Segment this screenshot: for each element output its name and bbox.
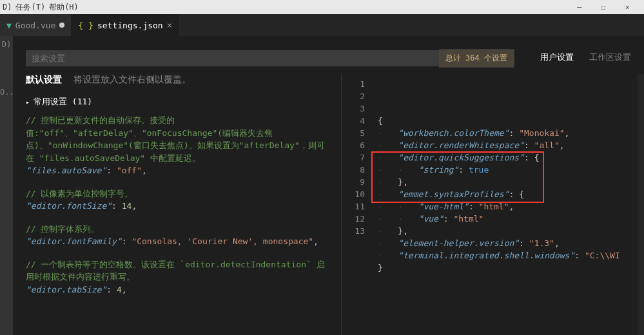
- tab-label: settings.json: [97, 21, 163, 30]
- menu-help[interactable]: 帮助(H): [49, 2, 79, 13]
- activity-bar: D) O..: [0, 36, 13, 335]
- code-line[interactable]: · · "vue": "html": [378, 213, 638, 225]
- setting-comment: // 控制已更新文件的自动保存。接受的值:"off"、"afterDelay"、…: [26, 114, 328, 164]
- search-count-badge: 总计 364 个设置: [439, 49, 514, 68]
- json-icon: { }: [78, 21, 93, 30]
- vue-icon: ▼: [6, 21, 12, 30]
- setting-keyvalue: "files.autoSave": "off",: [26, 164, 328, 177]
- code-line[interactable]: {: [378, 115, 638, 127]
- default-settings-title: 默认设置 将设置放入文件右侧以覆盖。: [26, 74, 328, 86]
- maximize-button[interactable]: ☐: [601, 3, 606, 12]
- close-tab-icon[interactable]: ×: [167, 20, 172, 30]
- user-settings-tab[interactable]: 用户设置: [540, 52, 574, 63]
- code-line[interactable]: · "terminal.integrated.shell.windows": "…: [378, 249, 638, 262]
- line-number: 5: [342, 127, 365, 139]
- setting-keyvalue: "editor.fontFamily": "Consolas, 'Courier…: [26, 235, 328, 248]
- settings-panel: 总计 364 个设置 用户设置 工作区设置 默认设置 将设置放入文件右侧以覆盖。…: [13, 36, 644, 335]
- line-number: 3: [342, 102, 365, 115]
- code-line[interactable]: · },: [378, 225, 638, 237]
- workspace-settings-tab[interactable]: 工作区设置: [589, 52, 631, 63]
- line-number: 9: [342, 176, 365, 188]
- code-line[interactable]: · "emmet.syntaxProfiles": {: [378, 188, 638, 200]
- menu-tasks[interactable]: 任务(T): [15, 2, 45, 13]
- menu-bar: D) 任务(T) 帮助(H) — ☐ ✕: [0, 0, 644, 14]
- activity-partial-text: D): [0, 40, 13, 49]
- line-number: 11: [342, 200, 365, 213]
- user-settings-editor[interactable]: 12345678910111213 {· "workbench.colorThe…: [341, 74, 644, 335]
- main-area: D) O.. 总计 364 个设置 用户设置 工作区设置 默认设置 将设置放入文…: [0, 36, 644, 335]
- activity-partial-text2: O..: [0, 88, 13, 97]
- setting-item: // 以像素为单位控制字号。"editor.fontSize": 14,: [26, 187, 328, 213]
- code-line[interactable]: · "element-helper.version": "1.3",: [378, 237, 638, 249]
- setting-item: // 一个制表符等于的空格数。该设置在 `editor.detectIndent…: [26, 258, 328, 296]
- line-number: 6: [342, 139, 365, 151]
- menu-partial-d: D): [3, 3, 12, 12]
- code-line[interactable]: · · "string": true: [378, 164, 638, 176]
- code-area[interactable]: {· "workbench.colorTheme": "Monokai",· "…: [371, 74, 638, 335]
- code-line[interactable]: · },: [378, 176, 638, 188]
- code-line[interactable]: · "workbench.colorTheme": "Monokai",: [378, 127, 638, 139]
- line-number-gutter: 12345678910111213: [342, 74, 371, 335]
- tab-bar: ▼ Good.vue { } settings.json ×: [0, 14, 644, 36]
- window-controls: — ☐ ✕: [577, 3, 641, 12]
- setting-keyvalue: "editor.fontSize": 14,: [26, 200, 328, 213]
- minimap[interactable]: [638, 74, 644, 335]
- line-number: 10: [342, 188, 365, 200]
- line-number: 8: [342, 164, 365, 176]
- setting-keyvalue: "editor.tabSize": 4,: [26, 283, 328, 296]
- setting-item: // 控制已更新文件的自动保存。接受的值:"off"、"afterDelay"、…: [26, 114, 328, 177]
- code-line[interactable]: }: [378, 262, 638, 274]
- minimize-button[interactable]: —: [577, 3, 581, 12]
- default-settings-column: 默认设置 将设置放入文件右侧以覆盖。 常用设置 (11) // 控制已更新文件的…: [13, 74, 341, 335]
- tab-good-vue[interactable]: ▼ Good.vue: [0, 14, 72, 36]
- setting-comment: // 控制字体系列。: [26, 223, 328, 236]
- line-number: 12: [342, 213, 365, 225]
- line-number: 1: [342, 78, 365, 90]
- setting-comment: // 以像素为单位控制字号。: [26, 187, 328, 200]
- setting-comment: // 一个制表符等于的空格数。该设置在 `editor.detectIndent…: [26, 258, 328, 283]
- setting-item: // 控制字体系列。"editor.fontFamily": "Consolas…: [26, 223, 328, 248]
- tab-settings-json[interactable]: { } settings.json ×: [72, 14, 179, 36]
- code-line[interactable]: · "editor.renderWhitespace": "all",: [378, 139, 638, 151]
- search-settings-input[interactable]: [26, 50, 439, 66]
- line-number: 2: [342, 90, 365, 102]
- settings-scope-tabs: 用户设置 工作区设置: [527, 36, 644, 70]
- close-window-button[interactable]: ✕: [625, 3, 630, 12]
- line-number: 7: [342, 151, 365, 164]
- search-row: 总计 364 个设置: [13, 36, 527, 74]
- dirty-indicator-icon: [59, 23, 64, 28]
- line-number: 13: [342, 225, 365, 237]
- code-line[interactable]: · "editor.quickSuggestions": {: [378, 151, 638, 164]
- line-number: 4: [342, 115, 365, 127]
- code-line[interactable]: · · "vue-html": "html",: [378, 200, 638, 213]
- common-settings-section[interactable]: 常用设置 (11): [26, 96, 328, 108]
- tab-label: Good.vue: [15, 21, 56, 30]
